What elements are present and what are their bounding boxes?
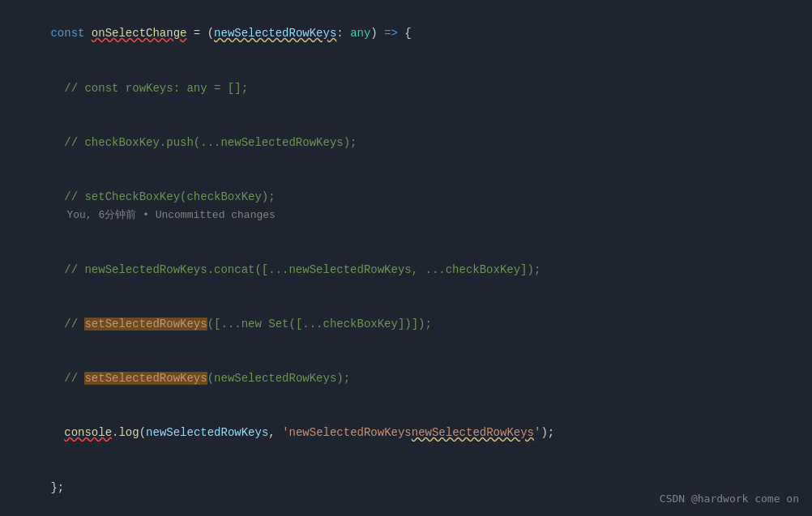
code-line-5: // newSelectedRowKeys.concat([...newSele… bbox=[0, 242, 812, 296]
code-line-6: // setSelectedRowKeys([...new Set([...ch… bbox=[0, 297, 812, 352]
code-line-7: // setSelectedRowKeys(newSelectedRowKeys… bbox=[0, 352, 812, 406]
code-line-2: // const rowKeys: any = []; bbox=[0, 61, 812, 115]
code-line-4: // setCheckBoxKey(checkBoxKey); You, 6分钟… bbox=[0, 170, 812, 243]
code-line-1: const onSelectChange = (newSelectedRowKe… bbox=[0, 6, 812, 61]
watermark: CSDN @hardwork come on bbox=[660, 491, 799, 508]
code-line-3: // checkBoxKey.push(...newSelectedRowKey… bbox=[0, 115, 812, 169]
code-line-8: console.log(newSelectedRowKeys, 'newSele… bbox=[0, 406, 812, 460]
git-blame: You, 6分钟前 • Uncommitted changes bbox=[66, 209, 275, 221]
code-editor: const onSelectChange = (newSelectedRowKe… bbox=[0, 0, 812, 516]
